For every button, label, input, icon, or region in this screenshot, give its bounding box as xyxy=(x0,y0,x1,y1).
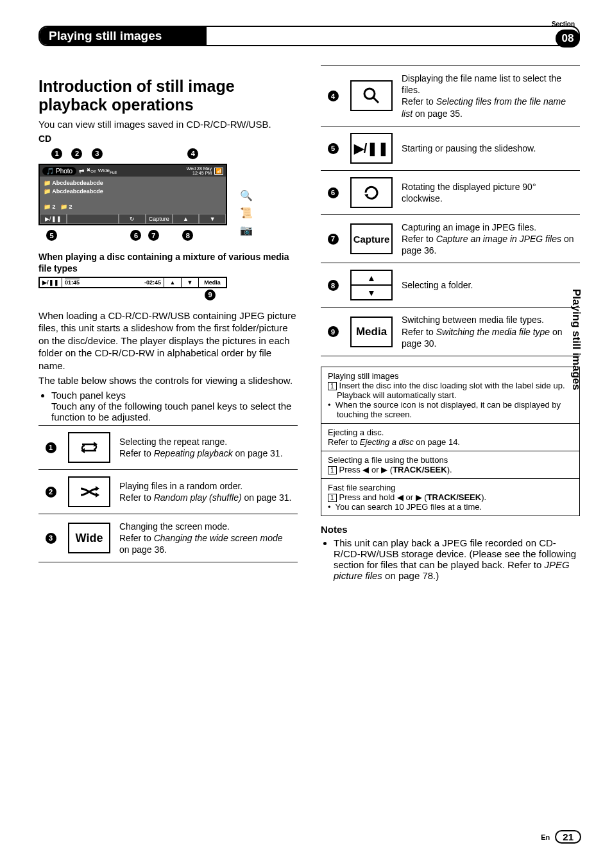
rotate-icon xyxy=(350,177,393,208)
intro-text: You can view still images saved in CD-R/… xyxy=(38,118,298,131)
table-row: 2 Playing files in a random order.Refer … xyxy=(38,469,298,514)
up-icon: ▲ xyxy=(173,214,200,224)
svg-line-1 xyxy=(373,98,378,103)
body-paragraph: When loading a CD-R/CD-RW/USB containing… xyxy=(38,309,298,372)
chapter-title: Playing still images xyxy=(49,29,162,43)
photo-pill: 🎵 Photo xyxy=(42,167,76,175)
rotate-icon: ↻ xyxy=(119,214,146,224)
table-row: 9 Media Switching between media file typ… xyxy=(321,308,580,356)
mixture-heading: When playing a disc containing a mixture… xyxy=(38,251,298,274)
callouts-top: 1 2 3 4 xyxy=(38,147,298,160)
page-lang: En xyxy=(541,833,550,841)
left-column: Introduction of still image playback ope… xyxy=(38,65,298,584)
wide-label: Wide xyxy=(68,523,110,553)
capture-label: Capture xyxy=(350,223,393,254)
notes-heading: Notes xyxy=(321,524,580,535)
playbar: ▶/❚❚ 01:45 -02:45 ▲ ▼ Media xyxy=(38,277,227,288)
magnifier-icon: 🔍 xyxy=(240,189,253,202)
table-row: 6 Rotating the displayed picture 90° clo… xyxy=(321,170,580,214)
search-icon xyxy=(350,80,393,111)
cd-label: CD xyxy=(38,133,298,144)
down-icon: ▼ xyxy=(199,214,226,224)
down-icon: ▼ xyxy=(182,278,199,287)
svg-point-0 xyxy=(364,89,375,99)
up-icon: ▲ xyxy=(164,278,182,287)
table-row: 4 Displaying the file name list to selec… xyxy=(321,66,580,126)
page-number: 21 xyxy=(555,830,581,844)
ui-screenshot: 🎵 Photo ⇄ ✖Off WideFull Wed 28 May12:45 … xyxy=(38,164,227,225)
controls-table-left: 1 Selecting the repeat range.Refer to Re… xyxy=(38,425,298,563)
up-down-icon: ▲▼ xyxy=(350,270,393,300)
table-row: 8 ▲▼ Selecting a folder. xyxy=(321,263,580,308)
shuffle-icon xyxy=(68,476,110,507)
repeat-icon xyxy=(68,432,110,463)
section-header: Section 08 Playing still images xyxy=(38,26,580,46)
table-row: 3 Wide Changing the screen mode.Refer to… xyxy=(38,514,298,562)
operations-box: Playing still images 1Insert the disc in… xyxy=(321,367,580,516)
section-heading: Introduction of still image playback ope… xyxy=(38,77,298,114)
side-tab: Playing still images xyxy=(570,289,582,390)
right-column: 4 Displaying the file name list to selec… xyxy=(321,65,580,584)
play-pause-icon: ▶/❚❚ xyxy=(40,214,67,224)
notes-item: This unit can play back a JPEG file reco… xyxy=(334,537,580,581)
chapter-title-bar: Playing still images xyxy=(38,26,580,46)
media-label: Media xyxy=(350,317,393,347)
media-label: Media xyxy=(199,278,226,287)
page-footer: En 21 xyxy=(541,830,581,844)
table-row: 1 Selecting the repeat range.Refer to Re… xyxy=(38,425,298,469)
scroll-icon: 📜 xyxy=(240,207,253,219)
capture-btn: Capture xyxy=(146,214,173,224)
play-pause-icon: ▶/❚❚ xyxy=(40,278,62,287)
body-paragraph-2: The table below shows the controls for v… xyxy=(38,374,298,387)
repeat-icon: ⇄ xyxy=(79,168,84,175)
callouts-bottom: 5 6 7 8 xyxy=(38,229,298,242)
table-row: 7 Capture Capturing an image in JPEG fil… xyxy=(321,214,580,263)
controls-table-right: 4 Displaying the file name list to selec… xyxy=(321,65,580,356)
play-pause-icon: ▶/❚❚ xyxy=(350,133,393,164)
table-row: 5 ▶/❚❚ Starting or pausing the slideshow… xyxy=(321,126,580,170)
touch-panel-item: Touch panel keys Touch any of the follow… xyxy=(51,390,298,422)
